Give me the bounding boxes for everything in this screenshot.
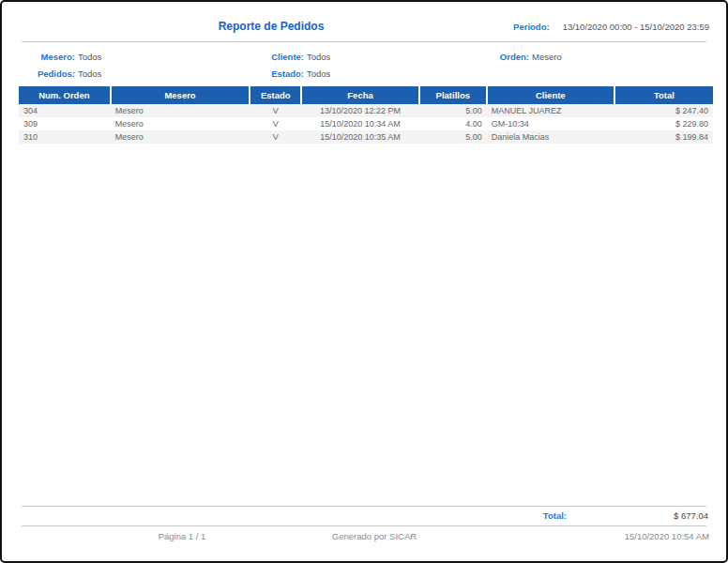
- cell-platillos: 5.00: [419, 104, 487, 117]
- filters: Mesero:Todos Cliente:Todos Orden:Mesero …: [19, 48, 709, 82]
- column-header-mesero: Mesero: [111, 86, 250, 104]
- page-title: Reporte de Pedidos: [219, 20, 325, 33]
- header-divider: [22, 41, 706, 42]
- cell-fecha: 15/10/2020 10:35 AM: [301, 130, 419, 144]
- filter-pedidos-value: Todos: [78, 68, 101, 79]
- footer-generated-by: Generado por SICAR: [332, 531, 417, 541]
- total-value: $ 677.04: [674, 510, 708, 521]
- cell-mesero: Mesero: [111, 130, 250, 144]
- cell-cliente: MANUEL JUAREZ: [487, 104, 614, 117]
- cell-total: $ 229.80: [614, 117, 713, 130]
- report-footer: Página 1 / 1 Generado por SICAR 15/10/20…: [2, 531, 726, 544]
- period: Periodo:13/10/2020 00:00 - 15/10/2020 23…: [513, 22, 709, 32]
- cell-estado: V: [250, 104, 301, 117]
- filter-orden: Orden:Mesero: [480, 52, 709, 62]
- total-label: Total:: [543, 510, 567, 521]
- table-header-row: Num. Orden Mesero Estado Fecha Platillos…: [19, 86, 713, 104]
- filter-mesero-value: Todos: [78, 52, 101, 62]
- total-divider-bottom: [22, 525, 706, 526]
- total-row: Total: $ 677.04: [2, 510, 726, 524]
- report-window: Reporte de Pedidos Periodo:13/10/2020 00…: [0, 0, 728, 563]
- column-header-num-orden: Num. Orden: [19, 86, 111, 104]
- cell-platillos: 5.00: [419, 130, 487, 144]
- report-header: Reporte de Pedidos Periodo:13/10/2020 00…: [2, 2, 726, 41]
- table-row: 310 Mesero V 15/10/2020 10:35 AM 5.00 Da…: [19, 130, 713, 144]
- table-row: 309 Mesero V 15/10/2020 10:34 AM 4.00 GM…: [19, 117, 713, 130]
- column-header-fecha: Fecha: [301, 86, 419, 104]
- period-value: 13/10/2020 00:00 - 15/10/2020 23:59: [563, 22, 709, 32]
- period-label: Periodo:: [513, 22, 550, 32]
- table-row: 304 Mesero V 13/10/2020 12:22 PM 5.00 MA…: [19, 104, 713, 117]
- cell-fecha: 13/10/2020 12:22 PM: [301, 104, 419, 117]
- cell-num-orden: 304: [19, 104, 111, 117]
- column-header-platillos: Platillos: [419, 86, 487, 104]
- column-header-cliente: Cliente: [487, 86, 614, 104]
- total-divider-top: [22, 506, 706, 507]
- cell-num-orden: 310: [19, 130, 111, 144]
- filter-estado: Estado:Todos: [248, 68, 480, 79]
- column-header-total: Total: [614, 86, 713, 104]
- orders-table: Num. Orden Mesero Estado Fecha Platillos…: [19, 86, 713, 144]
- cell-cliente: Daniela Macias: [487, 130, 614, 144]
- filter-pedidos-label: Pedidos:: [19, 68, 75, 79]
- cell-total: $ 247.40: [614, 104, 713, 117]
- footer-timestamp: 15/10/2020 10:54 AM: [625, 531, 709, 541]
- cell-num-orden: 309: [19, 117, 111, 130]
- cell-total: $ 199.84: [614, 130, 713, 144]
- filter-estado-value: Todos: [307, 68, 330, 79]
- cell-cliente: GM-10:34: [487, 117, 614, 130]
- column-header-estado: Estado: [250, 86, 301, 104]
- cell-mesero: Mesero: [111, 117, 250, 130]
- cell-estado: V: [250, 130, 301, 144]
- filter-orden-label: Orden:: [480, 52, 529, 62]
- filter-orden-value: Mesero: [532, 52, 562, 62]
- footer-page-number: Página 1 / 1: [159, 531, 206, 541]
- filter-mesero: Mesero:Todos: [19, 52, 248, 62]
- cell-fecha: 15/10/2020 10:34 AM: [301, 117, 419, 130]
- cell-estado: V: [250, 117, 301, 130]
- cell-platillos: 4.00: [419, 117, 487, 130]
- filter-estado-label: Estado:: [248, 68, 304, 79]
- filter-cliente: Cliente:Todos: [248, 52, 480, 62]
- cell-mesero: Mesero: [111, 104, 250, 117]
- filter-pedidos: Pedidos:Todos: [19, 68, 248, 79]
- filter-cliente-label: Cliente:: [248, 52, 304, 62]
- filter-mesero-label: Mesero:: [19, 52, 75, 62]
- filter-cliente-value: Todos: [307, 52, 330, 62]
